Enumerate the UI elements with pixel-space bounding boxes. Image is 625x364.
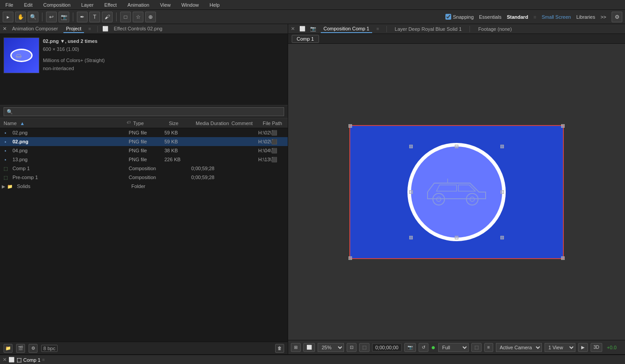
viewer-tab-menu[interactable]: ≡ — [377, 26, 379, 31]
timeline-menu[interactable]: ≡ — [42, 357, 45, 362]
snapping-checkbox[interactable] — [445, 14, 451, 20]
tab-animation-composer[interactable]: Animation Composer — [9, 25, 61, 33]
file-type-1: PNG file — [129, 139, 164, 144]
handle-bottom[interactable] — [455, 236, 458, 239]
handle-top[interactable] — [455, 145, 458, 148]
comp-canvas — [349, 125, 564, 259]
quality-select[interactable]: Full Half Quarter — [438, 343, 469, 352]
menu-view[interactable]: View — [158, 1, 172, 8]
menu-help[interactable]: Help — [208, 1, 222, 8]
workspace-more[interactable]: >> — [600, 14, 606, 20]
handle-circ-br[interactable] — [500, 236, 504, 239]
viewer-tabs: ✕ ⬜ 📷 Composition Comp 1 ≡ Layer Deep Ro… — [288, 24, 625, 34]
viewer-close[interactable]: ✕ — [291, 26, 295, 32]
viewer-grid-btn[interactable]: ⊞ — [291, 343, 301, 352]
car-illustration — [421, 174, 492, 210]
project-menu[interactable]: ≡ — [88, 26, 91, 31]
pen-tool[interactable]: ✒ — [77, 12, 88, 22]
timeline-comp-icon: ⬚ — [17, 357, 21, 363]
file-path-2: H:\04\⬛ — [258, 148, 277, 154]
menu-edit[interactable]: Edit — [22, 1, 34, 8]
handle-left[interactable] — [409, 190, 413, 194]
view-select[interactable]: 1 View 2 Views 4 Views — [545, 343, 575, 352]
menu-layer[interactable]: Layer — [80, 1, 96, 8]
tab-project[interactable]: Project — [63, 25, 84, 33]
search-input[interactable] — [4, 107, 284, 116]
viewer-green-indicator: ● — [431, 343, 436, 351]
file-row-2[interactable]: ▪ 04.png PNG file 38 KB H:\04\⬛ — [0, 146, 288, 155]
viewer-timecode[interactable]: 0;00;00;00 — [372, 343, 402, 351]
handle-br[interactable] — [561, 256, 565, 260]
tab-composition-comp1[interactable]: Composition Comp 1 — [321, 25, 372, 33]
handle-circ-tr[interactable] — [500, 145, 504, 148]
menu-composition[interactable]: Composition — [42, 1, 72, 8]
file-row-0[interactable]: ▪ 02.png PNG file 59 KB H:\02\⬛ — [0, 128, 288, 137]
settings-btn[interactable]: ⚙ — [29, 344, 38, 353]
effect-controls-close[interactable]: ⬜ — [102, 26, 109, 32]
shape-tool[interactable]: □ — [120, 12, 131, 22]
handle-circ-bl[interactable] — [409, 236, 413, 239]
tab-footage[interactable]: Footage (none) — [475, 25, 514, 33]
tab-layer[interactable]: Layer Deep Royal Blue Solid 1 — [392, 25, 465, 33]
menu-file[interactable]: File — [4, 1, 15, 8]
viewer-chan-btn[interactable]: ≡ — [484, 343, 493, 352]
zoom-tool[interactable]: 🔍 — [28, 12, 38, 22]
handle-right[interactable] — [500, 190, 504, 194]
new-comp-btn[interactable]: 🎬 — [16, 344, 25, 353]
workspace-settings-btn[interactable]: ⚙ — [612, 12, 622, 22]
file-row-1[interactable]: ▪ 02.png PNG file 59 KB H:\02\⬛ — [0, 137, 288, 146]
viewer-controls: ⊞ ⬜ 25% 50% 100% ⊡ ⬚ 0;00;00;00 📷 ↺ ● Fu… — [288, 340, 625, 354]
rotate-tool[interactable]: ↩ — [46, 12, 57, 22]
menu-window[interactable]: Window — [180, 1, 201, 8]
handle-circ-tl[interactable] — [409, 145, 413, 148]
animation-composer-close[interactable]: ✕ — [3, 26, 7, 32]
select-tool[interactable]: ▸ — [3, 12, 13, 22]
timeline-comp-name: Comp 1 — [23, 357, 41, 363]
toolbar-separator-1 — [42, 13, 42, 21]
star-tool[interactable]: ☆ — [133, 12, 143, 22]
preview-color-mode: Millions of Colors+ (Straight) — [43, 57, 105, 65]
hand-tool[interactable]: ✋ — [15, 12, 26, 22]
puppet-tool[interactable]: ⊕ — [145, 12, 156, 22]
timeline-icon[interactable]: ⬜ — [8, 357, 15, 363]
viewer-region-btn[interactable]: ⬚ — [359, 343, 369, 352]
bpc-indicator[interactable]: 8 bpc — [41, 345, 58, 352]
zoom-select[interactable]: 25% 50% 100% — [318, 343, 344, 352]
comp1-tab[interactable]: Comp 1 — [292, 35, 319, 43]
standard-label[interactable]: Standard — [507, 14, 528, 20]
viewer-fit-btn[interactable]: ⊡ — [347, 343, 357, 352]
viewer-3d-btn[interactable]: 3D — [591, 343, 603, 352]
new-folder-btn[interactable]: 📁 — [4, 344, 13, 353]
libraries-label[interactable]: Libraries — [576, 14, 595, 20]
camera-tool[interactable]: 📷 — [59, 12, 69, 22]
menu-animation[interactable]: Animation — [126, 1, 151, 8]
viewer-delta: +0.0 — [607, 345, 617, 350]
file-row-4[interactable]: ⬚ Comp 1 Composition 0;00;59;28 — [0, 164, 288, 173]
project-bottom-bar: 📁 🎬 ⚙ 8 bpc 🗑 — [0, 342, 288, 354]
viewer-refresh-btn[interactable]: ↺ — [419, 343, 428, 352]
file-row-6[interactable]: ▶ 📁 Solids Folder — [0, 182, 288, 191]
viewer-render-btn[interactable]: ▶ — [578, 343, 588, 352]
timeline-close[interactable]: ✕ — [3, 357, 7, 363]
tab-effect-controls[interactable]: Effect Controls 02.png — [111, 25, 165, 33]
viewer-camera[interactable]: 📷 — [310, 26, 316, 32]
file-name-3: 13.png — [11, 157, 129, 162]
handle-bl[interactable] — [348, 256, 352, 260]
file-row-5[interactable]: ⬚ Pre-comp 1 Composition 0;00;59;28 — [0, 173, 288, 182]
viewer-comp-btn[interactable]: ⬜ — [303, 343, 315, 352]
viewer-res-btn[interactable]: ⬚ — [471, 343, 482, 352]
delete-btn[interactable]: 🗑 — [275, 344, 284, 353]
file-row-3[interactable]: ▪ 13.png PNG file 226 KB H:\13\⬛ — [0, 155, 288, 164]
menu-effect[interactable]: Effect — [102, 1, 118, 8]
brush-tool[interactable]: 🖌 — [102, 12, 113, 22]
text-tool[interactable]: T — [89, 12, 100, 22]
file-name-1: 02.png — [11, 139, 129, 144]
handle-tr[interactable] — [561, 124, 565, 128]
viewer-lock[interactable]: ⬜ — [299, 26, 306, 32]
essentials-label[interactable]: Essentials — [479, 14, 501, 20]
viewer-snapshot-btn[interactable]: 📷 — [404, 343, 416, 352]
small-screen-label[interactable]: Small Screen — [542, 14, 571, 20]
col-header-comment: Comment — [231, 121, 263, 126]
handle-tl[interactable] — [348, 124, 352, 128]
camera-select[interactable]: Active Camera — [496, 343, 542, 352]
